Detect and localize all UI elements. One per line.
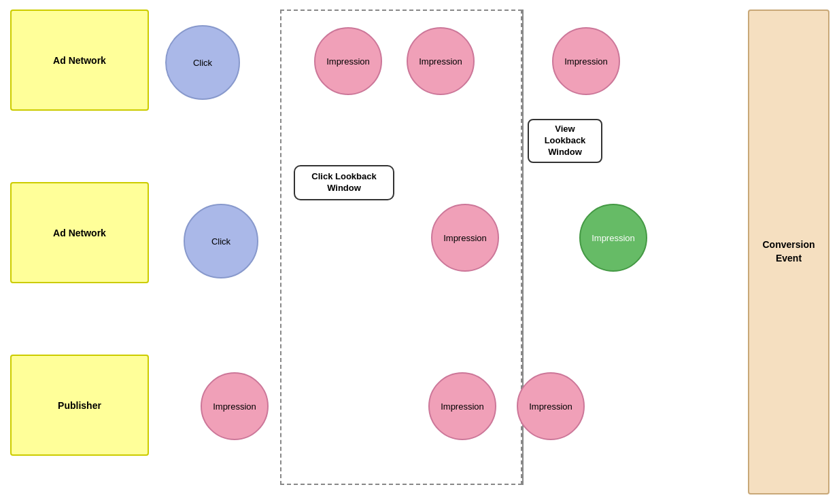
impression-circle-mid-1: Impression	[431, 204, 499, 272]
ad-network-1-label: Ad Network	[53, 55, 106, 66]
impression-circle-bottom-3: Impression	[201, 372, 269, 440]
ad-network-box-2: Ad Network	[10, 182, 149, 283]
ad-network-box-1: Ad Network	[10, 10, 149, 111]
publisher-box: Publisher	[10, 355, 149, 456]
click-lookback-label: Click LookbackWindow	[311, 171, 376, 194]
diagram-container: Ad Network Ad Network Publisher Click Cl…	[0, 0, 839, 504]
click-circle-2: Click	[184, 204, 258, 278]
impression-circle-top-1: Impression	[314, 27, 382, 95]
impression-circle-top-2: Impression	[407, 27, 475, 95]
ad-network-2-label: Ad Network	[53, 228, 106, 238]
view-lookback-label-box: ViewLookbackWindow	[528, 119, 602, 163]
conversion-event-label: ConversionEvent	[762, 238, 815, 265]
click-circle-1: Click	[165, 25, 240, 100]
impression-circle-top-3: Impression	[552, 27, 620, 95]
impression-circle-bottom-2: Impression	[517, 372, 585, 440]
view-lookback-label: ViewLookbackWindow	[545, 124, 586, 158]
publisher-label: Publisher	[58, 400, 101, 411]
click-lookback-label-box: Click LookbackWindow	[294, 165, 394, 200]
impression-circle-bottom-1: Impression	[428, 372, 496, 440]
conversion-event-panel: ConversionEvent	[748, 10, 829, 494]
impression-circle-green: Impression	[579, 204, 647, 272]
